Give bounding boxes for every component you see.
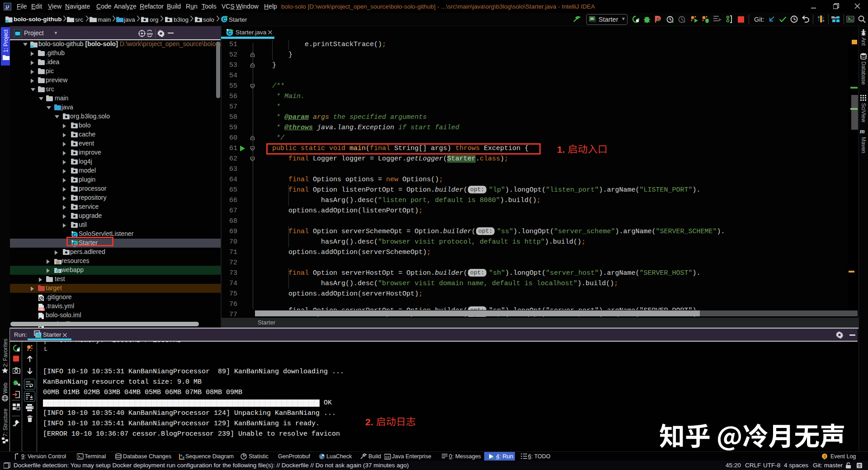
svg-text:IJ: IJ xyxy=(6,5,9,9)
svg-text:YML: YML xyxy=(38,308,45,311)
svg-text:L: L xyxy=(321,456,322,459)
svg-text:EE: EE xyxy=(385,455,390,459)
svg-text:3: 3 xyxy=(824,454,826,459)
